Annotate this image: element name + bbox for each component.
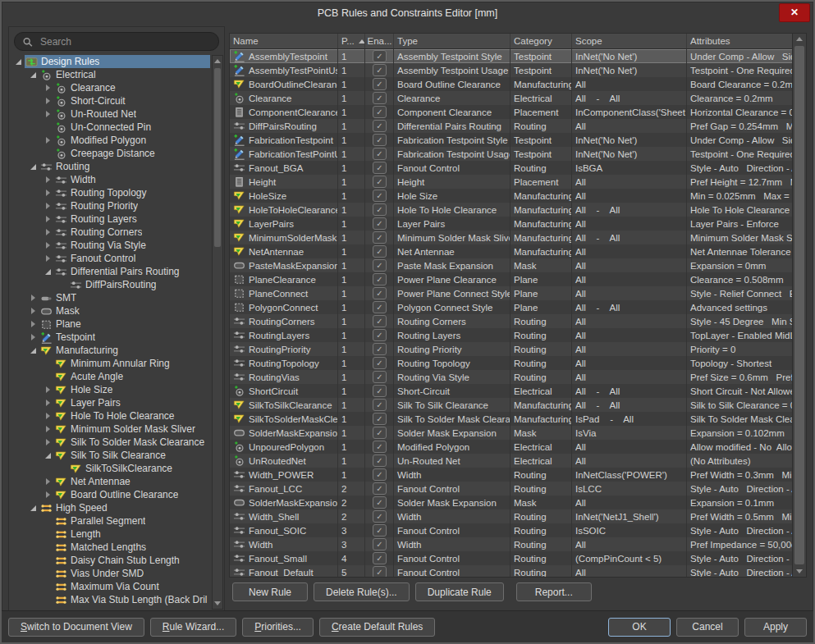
rule-row-planeclearance[interactable]: PlaneClearance1✓Power Plane ClearancePla… (230, 272, 793, 286)
rule-row-routingcorners[interactable]: RoutingCorners1✓Routing CornersRoutingAl… (230, 314, 793, 328)
enabled-checkbox[interactable]: ✓ (373, 162, 387, 174)
tree-item-max-via-stub-length-back-dril[interactable]: Max Via Stub Length (Back Dril (11, 593, 210, 606)
tree-item-un-connected-pin[interactable]: Un-Connected Pin (11, 121, 210, 134)
rule-row-assemblytestpoint[interactable]: AssemblyTestpoint1✓Assembly Testpoint St… (230, 49, 793, 63)
table-scrollbar[interactable] (792, 34, 806, 577)
rule-row-silktosilkclearance[interactable]: SilkToSilkClearance1✓Silk To Silk Cleara… (230, 398, 793, 412)
expand-closed-icon[interactable] (43, 240, 53, 250)
tree-item-maximum-via-count[interactable]: Maximum Via Count (11, 580, 210, 593)
enabled-checkbox[interactable]: ✓ (373, 566, 387, 578)
tree-item-routing[interactable]: Routing (11, 160, 210, 173)
enabled-checkbox[interactable]: ✓ (373, 441, 387, 453)
tree-item-vias-under-smd[interactable]: Vias Under SMD (11, 567, 210, 580)
enabled-checkbox[interactable]: ✓ (373, 399, 387, 411)
rule-row-width[interactable]: Width3✓WidthRoutingAllPref Impedance = 5… (230, 537, 793, 551)
enabled-checkbox[interactable]: ✓ (373, 329, 387, 341)
enabled-checkbox[interactable]: ✓ (373, 217, 387, 230)
tree-scroll-thumb[interactable] (214, 68, 221, 247)
rule-row-assemblytestpointusage[interactable]: AssemblyTestPointUsage1✓Assembly Testpoi… (230, 63, 793, 77)
enabled-checkbox[interactable]: ✓ (373, 482, 387, 495)
expand-closed-icon[interactable] (43, 490, 53, 500)
rule-row-layerpairs[interactable]: LayerPairs1✓Layer PairsManufacturingAllL… (230, 217, 793, 231)
table-scroll-thumb[interactable] (794, 46, 804, 564)
expand-closed-icon[interactable] (43, 424, 53, 434)
tree-item-creepage-distance[interactable]: Creepage Distance (11, 147, 210, 160)
button-switch-to-document-view[interactable]: Switch to Document View (8, 618, 144, 637)
rule-row-minimumsoldermasksliver[interactable]: MinimumSolderMaskSliver1✓Minimum Solder … (230, 231, 793, 244)
tree-item-net-antennae[interactable]: Net Antennae (11, 475, 210, 488)
expand-open-icon[interactable] (29, 162, 39, 171)
button-cancel[interactable]: Cancel (676, 618, 739, 637)
button-create-default-rules[interactable]: Create Default Rules (319, 618, 435, 637)
close-button[interactable]: ✕ (779, 3, 810, 22)
rule-row-holesize[interactable]: HoleSize1✓Hole SizeManufacturingAllMin =… (230, 189, 793, 203)
expand-closed-icon[interactable] (43, 135, 53, 145)
rule-row-unroutednet[interactable]: UnRoutedNet1✓Un-Routed NetElectricalAll(… (230, 454, 793, 468)
tree-item-routing-via-style[interactable]: Routing Via Style (11, 239, 210, 252)
button-delete-rule-s[interactable]: Delete Rule(s)... (314, 582, 410, 601)
tree-item-matched-lengths[interactable]: Matched Lengths (11, 541, 210, 554)
expand-open-icon[interactable] (29, 345, 39, 355)
enabled-checkbox[interactable]: ✓ (373, 427, 387, 439)
tree-scrollbar[interactable] (212, 55, 223, 610)
enabled-checkbox[interactable]: ✓ (373, 357, 387, 369)
tree-item-un-routed-net[interactable]: Un-Routed Net (11, 107, 210, 121)
enabled-checkbox[interactable]: ✓ (373, 496, 387, 509)
enabled-checkbox[interactable]: ✓ (373, 190, 387, 202)
scroll-down-icon[interactable] (793, 566, 806, 577)
rule-row-fanout-soic[interactable]: Fanout_SOIC3✓Fanout ControlRoutingIsSOIC… (230, 523, 793, 537)
tree-item-length[interactable]: Length (11, 528, 210, 541)
tree-item-minimum-solder-mask-sliver[interactable]: Minimum Solder Mask Sliver (11, 422, 210, 436)
expand-closed-icon[interactable] (43, 253, 53, 263)
enabled-checkbox[interactable]: ✓ (373, 510, 387, 523)
expand-closed-icon[interactable] (43, 188, 53, 198)
rule-row-diffpairsrouting[interactable]: DiffPairsRouting1✓Differential Pairs Rou… (230, 119, 793, 133)
rule-row-routingpriority[interactable]: RoutingPriority1✓Routing PriorityRouting… (230, 342, 793, 356)
button-new-rule[interactable]: New Rule (232, 582, 308, 601)
column-header-scope[interactable]: Scope (572, 34, 687, 48)
enabled-checkbox[interactable]: ✓ (373, 287, 387, 299)
tree-item-testpoint[interactable]: Testpoint (11, 331, 210, 344)
button-report[interactable]: Report... (516, 582, 592, 601)
expand-closed-icon[interactable] (43, 398, 53, 408)
rule-row-fabricationtestpointusage[interactable]: FabricationTestPointUsage1✓Fabrication T… (230, 147, 793, 161)
rule-row-holetoholeclearance[interactable]: HoleToHoleClearance1✓Hole To Hole Cleara… (230, 203, 793, 217)
tree-item-silk-to-solder-mask-clearance[interactable]: Silk To Solder Mask Clearance (11, 436, 210, 449)
expand-closed-icon[interactable] (43, 227, 53, 237)
tree-item-short-circuit[interactable]: Short-Circuit (11, 94, 210, 107)
tree-item-clearance[interactable]: Clearance (11, 81, 210, 94)
tree-item-routing-topology[interactable]: Routing Topology (11, 186, 210, 199)
expand-closed-icon[interactable] (43, 214, 53, 224)
rule-row-silktosoldermaskclearance[interactable]: SilkToSolderMaskClearance1✓Silk To Solde… (230, 412, 793, 426)
tree-item-hole-size[interactable]: Hole Size (11, 383, 210, 396)
enabled-checkbox[interactable]: ✓ (373, 315, 387, 327)
tree-item-diffpairsrouting[interactable]: DiffPairsRouting (11, 278, 210, 291)
tree-item-smt[interactable]: SMT (11, 291, 210, 304)
expand-closed-icon[interactable] (43, 411, 53, 421)
tree-item-mask[interactable]: Mask (11, 304, 210, 317)
expand-closed-icon[interactable] (43, 437, 53, 447)
enabled-checkbox[interactable]: ✓ (373, 203, 387, 216)
rule-row-width-power[interactable]: Width_POWER1✓WidthRoutingInNetClass('POW… (230, 468, 793, 482)
tree-item-differential-pairs-routing[interactable]: Differential Pairs Routing (11, 265, 210, 278)
expand-open-icon[interactable] (43, 267, 53, 276)
tree-item-parallel-segment[interactable]: Parallel Segment (11, 514, 210, 528)
column-header-attributes[interactable]: Attributes (687, 34, 793, 48)
enabled-checkbox[interactable]: ✓ (373, 148, 387, 160)
expand-closed-icon[interactable] (29, 319, 39, 329)
enabled-checkbox[interactable]: ✓ (373, 176, 387, 188)
rule-row-soldermaskexpansion[interactable]: SolderMaskExpansion2✓Solder Mask Expansi… (230, 496, 793, 509)
enabled-checkbox[interactable]: ✓ (373, 78, 387, 90)
enabled-checkbox[interactable]: ✓ (373, 259, 387, 272)
enabled-checkbox[interactable]: ✓ (373, 468, 387, 481)
tree-item-plane[interactable]: Plane (11, 317, 210, 331)
search-input[interactable] (39, 35, 211, 48)
rule-row-unpouredpolygon[interactable]: UnpouredPolygon1✓Modified PolygonElectri… (230, 440, 793, 454)
tree-item-layer-pairs[interactable]: Layer Pairs (11, 396, 210, 409)
column-header-type[interactable]: Type (394, 34, 511, 48)
enabled-checkbox[interactable]: ✓ (373, 524, 387, 537)
rule-row-boardoutlineclearance[interactable]: BoardOutlineClearance1✓Board Outline Cle… (230, 77, 793, 91)
search-box[interactable] (14, 32, 219, 51)
expand-closed-icon[interactable] (43, 201, 53, 211)
tree-item-hole-to-hole-clearance[interactable]: Hole To Hole Clearance (11, 409, 210, 422)
